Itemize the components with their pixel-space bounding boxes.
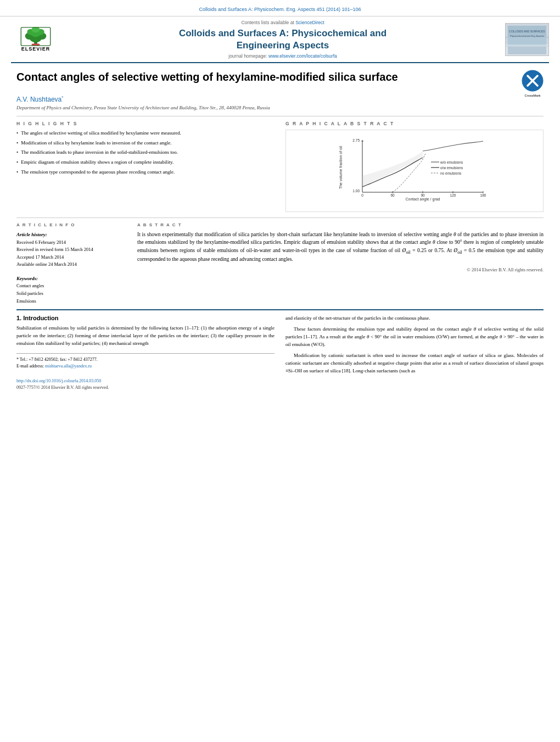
received-date: Received 6 February 2014 [16,239,126,247]
available-date: Available online 24 March 2014 [16,261,126,269]
contents-prefix: Contents lists available at [241,20,295,25]
author-sup: * [61,95,63,100]
header-inner: ELSEVIER Contents lists available at Sci… [0,16,560,62]
intro-right-para-3: Modification by cationic surfactant is o… [285,352,544,375]
crossmark-logo[interactable]: CrossMark [522,70,544,92]
svg-text:0: 0 [361,193,363,197]
intro-right-col: and elasticity of the net-structure of t… [285,315,544,391]
intro-para-1: Stabilization of emulsions by solid part… [16,325,275,348]
contents-line: Contents lists available at ScienceDirec… [66,20,500,25]
affiliation: Department of Physics and Chemistry, Pen… [16,105,544,110]
svg-text:Physicochemical and Eng. Aspec: Physicochemical and Eng. Aspects [510,35,544,37]
journal-thumb-image: COLLOIDS AND SURFACES Physicochemical an… [506,24,548,55]
journal-homepage-link[interactable]: www.elsevier.com/locate/colsurfa [268,53,337,59]
author-divider [16,116,544,116]
article-title-section: Contact angles of selective wetting of h… [16,70,544,92]
email-label: E-mail address: [16,364,45,369]
article-content: Contact angles of selective wetting of h… [0,63,560,397]
footnote-email: E-mail address: mishtaeva.alla@yandex.ru [16,363,275,370]
highlights-graphical-section: H I G H L I G H T S •The angles of selec… [16,121,544,212]
journal-homepage: journal homepage: www.elsevier.com/locat… [66,53,500,59]
doi-line: http://dx.doi.org/10.1016/j.colsurfa.201… [16,378,275,384]
bullet-5: • [16,169,18,176]
intro-right-para-1: and elasticity of the net-structure of t… [285,315,544,322]
keywords-section: Keywords: Contact angles Solid particles… [16,275,126,305]
svg-text:w/o emulsions: w/o emulsions [440,160,463,164]
intro-right-para-2: These factors determining the emulsion t… [285,326,544,349]
svg-text:COLLOIDS AND SURFACES: COLLOIDS AND SURFACES [509,30,545,33]
author-line: A.V. Nushtaeva* [16,95,544,103]
intro-left-col: 1. Introduction Stabilization of emulsio… [16,315,275,391]
doi-link[interactable]: http://dx.doi.org/10.1016/j.colsurfa.201… [16,378,101,383]
journal-main-title: Colloids and Surfaces A: Physicochemical… [66,27,500,52]
article-info-label: A R T I C L E I N F O [16,222,126,227]
journal-header: Colloids and Surfaces A: Physicochem. En… [0,0,560,16]
svg-text:180: 180 [480,193,486,197]
footnote-area: * Tel.: +7 8412 420502; fax: +7 8412 437… [16,353,275,391]
article-title: Contact angles of selective wetting of h… [16,70,522,84]
highlights-list: •The angles of selective wetting of sili… [16,130,275,175]
journal-thumbnail: COLLOIDS AND SURFACES Physicochemical an… [505,23,549,56]
author-name: A.V. Nushtaeva [16,96,61,103]
received-revised-date: Received in revised form 15 March 2014 [16,246,126,254]
elsevier-text-label: ELSEVIER [21,46,51,52]
abstract-text: It is shown experimentally that modifica… [137,231,544,264]
intro-left-text: Stabilization of emulsions by solid part… [16,325,275,348]
keywords-title: Keywords: [16,275,126,282]
svg-text:60: 60 [390,193,395,197]
intro-right-text: and elasticity of the net-structure of t… [285,315,544,375]
homepage-prefix: journal homepage: [228,53,268,59]
crossmark-svg [522,70,544,92]
footnote-note: * Tel.: +7 8412 420502; fax: +7 8412 437… [16,356,275,363]
copyright-line: © 2014 Elsevier B.V. All rights reserved… [137,267,544,272]
svg-rect-13 [508,38,546,46]
highlights-divider [16,217,544,218]
crossmark-label: CrossMark [522,94,544,97]
history-title: Article history: [16,231,126,238]
keyword-1: Contact angles [16,282,126,290]
highlights-column: H I G H L I G H T S •The angles of selec… [16,121,275,212]
sciencedirect-link[interactable]: ScienceDirect [295,20,324,25]
journal-title-center: Contents lists available at ScienceDirec… [60,20,505,59]
graphical-abstract-chart: The volume fraction of oil Contact angle… [285,130,544,212]
svg-text:no emulsions: no emulsions [440,171,462,175]
accepted-date: Accepted 17 March 2014 [16,254,126,261]
article-history: Article history: Received 6 February 201… [16,231,126,269]
highlight-item-5: •The emulsion type corresponded to the a… [16,169,275,176]
graphical-abstract-svg: The volume fraction of oil Contact angle… [290,135,539,206]
svg-text:The volume fraction of oil: The volume fraction of oil [339,146,343,189]
graphical-abstract-column: G R A P H I C A L A B S T R A C T The vo… [285,121,544,212]
bullet-2: • [16,140,18,147]
keyword-3: Emulsions [16,298,126,305]
issn-line: 0927-7757/© 2014 Elsevier B.V. All right… [16,384,275,391]
svg-text:120: 120 [450,193,456,197]
page: Colloids and Surfaces A: Physicochem. En… [0,0,560,408]
journal-cover-svg: COLLOIDS AND SURFACES Physicochemical an… [506,24,548,55]
abstract-label: A B S T R A C T [137,222,544,227]
article-info-column: A R T I C L E I N F O Article history: R… [16,222,126,305]
highlight-item-1: •The angles of selective wetting of sili… [16,130,275,137]
article-info-abstract-section: A R T I C L E I N F O Article history: R… [16,222,544,305]
bullet-1: • [16,130,18,137]
highlight-item-2: •Modification of silica by hexylamine le… [16,140,275,147]
svg-text:Contact angle / grad: Contact angle / grad [405,197,440,202]
bullet-3: • [16,149,18,156]
email-link[interactable]: mishtaeva.alla@yandex.ru [45,364,92,369]
introduction-section: 1. Introduction Stabilization of emulsio… [16,315,544,391]
elsevier-tree-icon [19,27,52,46]
elsevier-logo: ELSEVIER [11,24,60,54]
svg-text:1.00: 1.00 [352,189,360,193]
journal-citation-link[interactable]: Colloids and Surfaces A: Physicochem. En… [199,7,361,12]
abstract-section: A B S T R A C T It is shown experimental… [137,222,544,305]
section-1-title: 1. Introduction [16,315,275,321]
keyword-2: Solid particles [16,290,126,298]
highlight-item-4: •Empiric diagram of emulsion stability s… [16,159,275,166]
svg-rect-14 [508,47,546,54]
bullet-4: • [16,159,18,166]
highlight-item-3: •The modification leads to phase inversi… [16,149,275,156]
svg-text:o/w emulsions: o/w emulsions [440,166,463,170]
graphical-abstract-label: G R A P H I C A L A B S T R A C T [285,121,544,126]
svg-text:90: 90 [421,193,425,197]
body-divider [16,309,544,310]
svg-text:2.75: 2.75 [352,138,360,142]
